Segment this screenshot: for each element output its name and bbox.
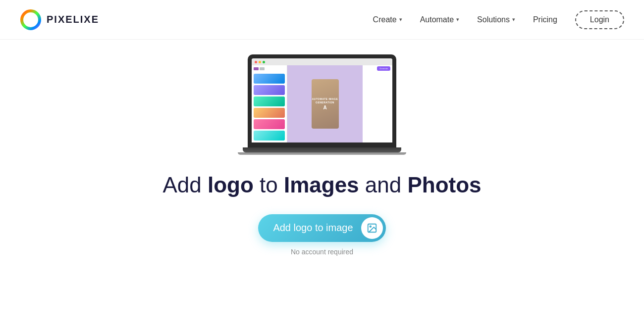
chevron-down-icon: ▾: [512, 16, 515, 23]
cta-button[interactable]: Add logo to image: [258, 214, 385, 242]
screen-inner: Generate AUTOMATE IMAGE GENERATION A: [252, 58, 392, 142]
logo-text: PIXELIXE: [47, 14, 99, 25]
svg-point-2: [370, 226, 371, 227]
sidebar-image-5: [254, 119, 285, 129]
sidebar-image-1: [254, 74, 285, 84]
app-ui: Generate AUTOMATE IMAGE GENERATION A: [252, 65, 392, 142]
laptop-screen: Generate AUTOMATE IMAGE GENERATION A: [248, 54, 396, 147]
no-account-text: No account required: [291, 248, 353, 256]
sidebar-image-6: [254, 131, 285, 141]
chevron-down-icon: ▾: [456, 16, 459, 23]
browser-minimize-dot: [259, 61, 261, 63]
phone-card-text: AUTOMATE IMAGE GENERATION: [312, 97, 339, 104]
toolbar-btn-gray: [260, 67, 265, 70]
login-button[interactable]: Login: [575, 10, 624, 29]
nav-links: Create ▾ Automate ▾ Solutions ▾ Pricing …: [373, 10, 624, 29]
browser-close-dot: [255, 61, 257, 63]
app-right-panel: [363, 65, 392, 142]
browser-chrome: [252, 58, 392, 65]
app-editor: Generate AUTOMATE IMAGE GENERATION A: [287, 65, 363, 142]
cta-label: Add logo to image: [273, 222, 353, 234]
laptop-foot: [238, 152, 406, 155]
app-sidebar: [252, 65, 287, 142]
laptop-body: Generate AUTOMATE IMAGE GENERATION A: [248, 54, 396, 147]
toolbar-btn-purple: [254, 67, 259, 70]
phone-card: AUTOMATE IMAGE GENERATION A: [312, 79, 339, 129]
cta-icon-circle: [361, 217, 383, 239]
sidebar-toolbar: [254, 67, 285, 70]
laptop-mockup: Generate AUTOMATE IMAGE GENERATION A: [238, 54, 406, 158]
hero-headline: Add logo to Images and Photos: [162, 172, 481, 198]
sidebar-image-3: [254, 96, 285, 106]
nav-item-automate[interactable]: Automate ▾: [420, 15, 459, 24]
cta-wrapper: Add logo to image No account required: [258, 214, 385, 256]
sidebar-image-2: [254, 85, 285, 95]
logo[interactable]: PIXELIXE: [20, 9, 99, 31]
main-content: Generate AUTOMATE IMAGE GENERATION A: [0, 40, 644, 256]
logo-icon: [20, 9, 42, 31]
nav-item-solutions[interactable]: Solutions ▾: [477, 15, 515, 24]
chevron-down-icon: ▾: [399, 16, 402, 23]
app-action-button: Generate: [377, 66, 390, 71]
image-icon: [367, 223, 377, 234]
svg-point-0: [22, 11, 40, 29]
laptop-base: [243, 147, 401, 152]
navbar: PIXELIXE Create ▾ Automate ▾ Solutions ▾…: [0, 0, 644, 40]
nav-item-pricing[interactable]: Pricing: [533, 15, 557, 24]
phone-card-letter: A: [323, 105, 326, 110]
nav-item-create[interactable]: Create ▾: [373, 15, 402, 24]
sidebar-image-4: [254, 108, 285, 118]
browser-maximize-dot: [263, 61, 265, 63]
